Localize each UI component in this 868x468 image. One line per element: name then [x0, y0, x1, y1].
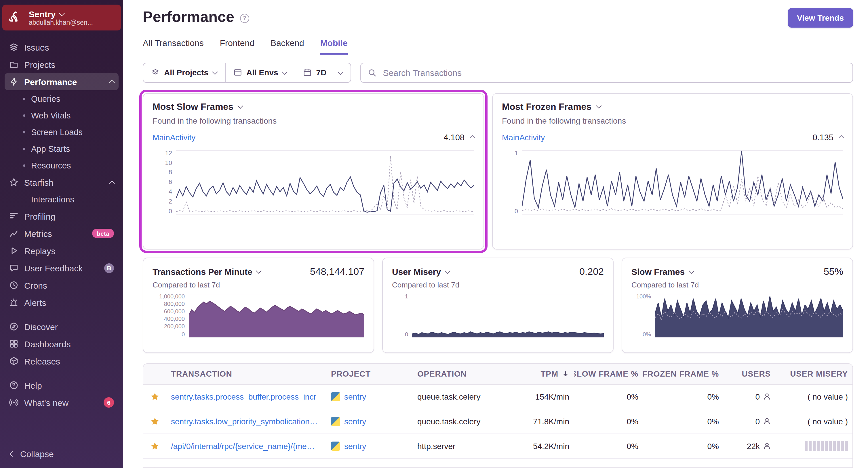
- sidebar-item-resources[interactable]: Resources: [0, 157, 123, 174]
- sidebar-item-user-feedback[interactable]: User Feedback B: [0, 259, 123, 276]
- favorite-star-button[interactable]: [143, 466, 166, 468]
- transaction-link[interactable]: sentry.tasks.low_priority_symbolication…: [171, 416, 318, 426]
- chevron-down-icon: [688, 268, 694, 274]
- project-link[interactable]: sentry: [344, 441, 366, 450]
- chevron-down-icon: [59, 10, 64, 16]
- project-link[interactable]: sentry: [344, 392, 366, 401]
- transaction-link[interactable]: /api/0/internal/rpc/{service_name}/{me…: [171, 441, 315, 450]
- sidebar-item-label: What's new: [24, 398, 68, 407]
- user-misery-panel: User Misery 0.202 Compared to last 7d 10: [382, 257, 614, 353]
- sidebar-item-queries[interactable]: Queries: [0, 90, 123, 107]
- collapse-label: Collapse: [20, 449, 54, 459]
- panel-title: Slow Frames: [631, 267, 685, 276]
- frozen-frames-line-chart: [522, 150, 843, 214]
- favorite-star-button[interactable]: [143, 441, 166, 450]
- chevron-down-icon: [338, 69, 344, 75]
- sidebar-item-metrics[interactable]: Metrics beta: [0, 225, 123, 242]
- sidebar-item-performance[interactable]: Performance: [5, 73, 119, 90]
- most-slow-frames-dropdown[interactable]: Most Slow Frames: [153, 101, 474, 112]
- col-frozen-frame[interactable]: FROZEN FRAME %: [643, 369, 723, 378]
- tab-mobile[interactable]: Mobile: [320, 38, 348, 55]
- tab-all-transactions[interactable]: All Transactions: [143, 38, 204, 55]
- sidebar-item-issues[interactable]: Issues: [0, 38, 123, 56]
- sidebar-item-screen-loads[interactable]: Screen Loads: [0, 124, 123, 140]
- projects-filter-button[interactable]: All Projects: [143, 63, 226, 82]
- bullet-icon: [23, 131, 25, 133]
- tab-backend[interactable]: Backend: [271, 38, 304, 55]
- user-misery-dropdown[interactable]: User Misery: [392, 267, 450, 276]
- sidebar-item-whats-new[interactable]: What's new 6: [0, 394, 123, 411]
- clock-icon: [9, 280, 19, 290]
- sidebar-item-interactions[interactable]: Interactions: [0, 191, 123, 207]
- beta-badge: beta: [92, 229, 114, 238]
- star-icon: [150, 416, 159, 426]
- metric-value: 55%: [824, 266, 843, 277]
- user-misery-value: ( no value ): [775, 416, 852, 426]
- metric-value: 4.108: [443, 133, 465, 142]
- col-tpm[interactable]: TPM: [508, 369, 574, 378]
- calendar-icon: [304, 69, 312, 77]
- bullet-icon: [23, 164, 25, 166]
- y-axis: 100%0%: [631, 294, 651, 337]
- chevron-down-icon: [596, 103, 601, 109]
- operation-value: queue.task.celery: [413, 416, 508, 426]
- bullet-icon: [23, 97, 25, 100]
- table-header-row: TRANSACTION PROJECT OPERATION TPM SLOW F…: [143, 364, 852, 385]
- col-project[interactable]: PROJECT: [327, 369, 413, 378]
- sidebar-item-profiling[interactable]: Profiling: [0, 207, 123, 225]
- transaction-link[interactable]: sentry.tasks.process_buffer.process_incr: [171, 392, 316, 401]
- sidebar-item-label: Replays: [24, 246, 55, 256]
- col-operation[interactable]: OPERATION: [413, 369, 508, 378]
- favorite-star-button[interactable]: [143, 392, 166, 401]
- col-user-misery[interactable]: USER MISERY: [775, 369, 852, 378]
- star-icon: [150, 392, 159, 401]
- performance-icon: [9, 77, 19, 86]
- org-switcher[interactable]: Sentry abdullah.khan@sen...: [2, 5, 121, 31]
- sidebar-item-label: Alerts: [24, 298, 46, 307]
- environments-filter-button[interactable]: All Envs: [226, 63, 296, 82]
- frozen-frame-value: 0%: [643, 416, 723, 426]
- star-icon: [9, 178, 19, 187]
- help-tooltip-icon[interactable]: [240, 13, 249, 23]
- collapse-row-button[interactable]: [469, 135, 475, 141]
- panel-title: Most Frozen Frames: [502, 101, 591, 112]
- tpm-area-chart: [189, 294, 364, 337]
- transaction-link[interactable]: MainActivity: [153, 133, 195, 142]
- sidebar-collapse-button[interactable]: Collapse: [0, 445, 123, 468]
- sidebar-item-dashboards[interactable]: Dashboards: [0, 335, 123, 353]
- transaction-link[interactable]: MainActivity: [502, 133, 545, 142]
- users-value: 22k: [747, 441, 760, 450]
- most-frozen-frames-dropdown[interactable]: Most Frozen Frames: [502, 101, 843, 112]
- table-row: sentry.tasks.process_buffer.process_incr…: [143, 385, 852, 409]
- search-input[interactable]: [382, 67, 845, 78]
- sidebar-item-projects[interactable]: Projects: [0, 56, 123, 73]
- favorite-star-button[interactable]: [143, 416, 166, 426]
- tpm-panel: Transactions Per Minute 548,144.107 Comp…: [143, 257, 374, 353]
- sidebar-item-releases[interactable]: Releases: [0, 353, 123, 370]
- sidebar-item-label: Starfish: [24, 177, 54, 187]
- sidebar-item-crons[interactable]: Crons: [0, 276, 123, 294]
- sidebar-item-starfish[interactable]: Starfish: [0, 174, 123, 191]
- col-transaction[interactable]: TRANSACTION: [166, 369, 327, 378]
- slow-frames-dropdown[interactable]: Slow Frames: [631, 267, 693, 276]
- sidebar-item-alerts[interactable]: Alerts: [0, 294, 123, 311]
- sidebar-item-discover[interactable]: Discover: [0, 318, 123, 335]
- tpm-dropdown[interactable]: Transactions Per Minute: [153, 267, 261, 276]
- collapse-row-button[interactable]: [838, 135, 844, 141]
- date-range-filter-button[interactable]: 7D: [296, 63, 351, 82]
- col-users[interactable]: USERS: [723, 369, 775, 378]
- project-link[interactable]: sentry: [344, 416, 366, 426]
- tab-frontend[interactable]: Frontend: [220, 38, 254, 55]
- slow-frames-panel: Slow Frames 55% Compared to last 7d 100%…: [622, 257, 853, 353]
- sidebar-item-replays[interactable]: Replays: [0, 242, 123, 259]
- view-trends-button[interactable]: View Trends: [788, 8, 853, 28]
- slow-frames-area-chart: [655, 294, 843, 337]
- sidebar-item-web-vitals[interactable]: Web Vitals: [0, 107, 123, 124]
- sidebar-item-label: Interactions: [31, 195, 74, 204]
- org-email: abdullah.khan@sen...: [29, 19, 93, 26]
- col-slow-frame[interactable]: SLOW FRAME %: [574, 369, 643, 378]
- most-slow-frames-panel: Most Slow Frames Found in the following …: [143, 93, 484, 249]
- projects-icon: [9, 60, 19, 69]
- sidebar-item-app-starts[interactable]: App Starts: [0, 140, 123, 157]
- sidebar-item-help[interactable]: Help: [0, 376, 123, 394]
